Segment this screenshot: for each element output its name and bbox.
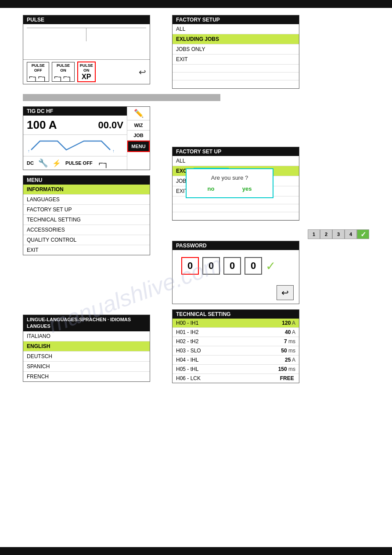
factory-setup-1-panel: FACTORY SETUP ALL EXLUDING JOBS JOBS ONL… xyxy=(172,15,299,89)
num-tabs: 1 2 3 4 ✓ xyxy=(172,229,369,239)
pulse-xp-icon: XP xyxy=(82,73,91,81)
pulse-grid-cell-2 xyxy=(86,28,146,41)
lang-deutsch[interactable]: DEUTSCH xyxy=(23,352,150,362)
languages-panel: LINGUE-LANGUAGES-SPRACHEN · IDIOMAS LANG… xyxy=(23,315,150,382)
menu-languages[interactable]: LANGUAGES xyxy=(23,195,150,205)
tech-row-h03[interactable]: H03 - SLO 50 ms xyxy=(173,346,299,355)
tech-row-h06[interactable]: H06 - LCK FREE xyxy=(173,374,299,383)
password-back-row: ↩ xyxy=(173,282,299,304)
bottom-bar xyxy=(0,547,392,555)
tech-val-h05: 150 ms xyxy=(278,366,295,372)
pulse-title: PULSE xyxy=(23,15,150,24)
tech-param-h01: H01 - IH2 xyxy=(176,329,198,335)
password-panel: PASSWORD 0 0 0 0 ✓ ↩ xyxy=(172,241,299,304)
lang-french[interactable]: FRENCH xyxy=(23,372,150,381)
tech-val-h06: FREE xyxy=(280,375,295,381)
tech-param-h00: H00 - IH1 xyxy=(176,320,198,326)
tig-wave: ↑ ↑ xyxy=(23,134,127,156)
tig-mode: DC xyxy=(27,160,34,166)
left-col: TIG DC HF 100 A 00.0V ↑ ↑ xyxy=(23,106,159,255)
gray-divider xyxy=(23,94,220,101)
tig-current: 100 A xyxy=(27,118,57,132)
tech-val-h02: 7 ms xyxy=(284,338,295,345)
wiz-button[interactable]: WIZ xyxy=(127,120,150,131)
factory-empty-1 xyxy=(173,65,299,73)
dialog-yes-button[interactable]: yes xyxy=(242,185,252,192)
dialog-no-button[interactable]: no xyxy=(208,185,215,192)
tig-title: TIG DC HF xyxy=(23,107,127,116)
factory-setup-1-title: FACTORY SETUP xyxy=(173,15,299,24)
menu-button[interactable]: MENU xyxy=(127,141,150,152)
pulse-off-button[interactable]: PULSE OFF ⌐┐⌐┐ xyxy=(27,62,49,82)
pulse-bottom: PULSE OFF ⌐┐⌐┐ PULSE ON ⌐┐⌐┐ PULSE ON XP… xyxy=(23,59,150,84)
menu-quality-control[interactable]: QUALITY CONTROL xyxy=(23,235,150,245)
num-tab-2[interactable]: 2 xyxy=(320,229,332,239)
menu-factory-set-up[interactable]: FACTORY SET UP xyxy=(23,205,150,215)
factory-exluding-jobs-row[interactable]: EXLUDING JOBS xyxy=(173,34,299,44)
menu-panel: MENU INFORMATION LANGUAGES FACTORY SET U… xyxy=(23,175,150,255)
right-col: FACTORY SET UP ALL EXCL JOBS EXIT Are yo… xyxy=(172,106,369,304)
factory-setup-2-title: FACTORY SET UP xyxy=(173,147,299,156)
pulse-back-arrow[interactable]: ↩ xyxy=(139,67,146,77)
num-tab-check[interactable]: ✓ xyxy=(357,229,369,239)
tech-row-h04[interactable]: H04 - IHL 25 A xyxy=(173,355,299,365)
tech-row-h00[interactable]: H00 - IH1 120 A xyxy=(173,319,299,328)
menu-technical-setting[interactable]: TECHNICAL SETTING xyxy=(23,215,150,225)
lang-english[interactable]: ENGLISH xyxy=(23,341,150,352)
tig-waveform-svg: ↑ ↑ xyxy=(27,137,123,154)
num-tab-4[interactable]: 4 xyxy=(345,229,357,239)
pulse-grid xyxy=(27,28,146,41)
pulse-off-icon: ⌐┐⌐┐ xyxy=(29,73,47,81)
factory2-empty-2 xyxy=(173,204,299,212)
menu-exit[interactable]: EXIT xyxy=(23,245,150,255)
pulse-xp-button[interactable]: PULSE ON XP xyxy=(77,62,96,82)
tech-param-h04: H04 - IHL xyxy=(176,357,198,363)
password-back-button[interactable]: ↩ xyxy=(277,285,294,300)
tig-sidebar: ✏️ WIZ JOB MENU xyxy=(127,107,150,170)
digit-2[interactable]: 0 xyxy=(223,257,241,275)
menu-information[interactable]: INFORMATION xyxy=(23,185,150,195)
tig-pulse-wave-icon: ⌐┐ xyxy=(99,159,109,168)
languages-section: LINGUE-LANGUAGES-SPRACHEN · IDIOMAS LANG… xyxy=(23,309,159,382)
password-confirm-icon[interactable]: ✓ xyxy=(266,259,276,273)
digit-1[interactable]: 0 xyxy=(202,257,220,275)
tech-val-h03: 50 ms xyxy=(281,348,295,354)
lang-spanich[interactable]: SPANICH xyxy=(23,362,150,372)
lang-italiano[interactable]: ITALIANO xyxy=(23,331,150,341)
tech-param-h03: H03 - SLO xyxy=(176,348,201,354)
top-bar xyxy=(0,0,392,8)
tig-wire-icon: ⚡ xyxy=(52,159,61,167)
tech-row-h05[interactable]: H05 - tHL 150 ms xyxy=(173,365,299,374)
menu-accessories[interactable]: ACCESSORIES xyxy=(23,225,150,235)
right-spacer xyxy=(172,106,369,141)
tech-param-h02: H02 - tH2 xyxy=(176,338,198,345)
pulse-panel: PULSE PULSE OFF ⌐┐⌐┐ PULSE ON ⌐┐⌐┐ PULSE xyxy=(23,15,150,84)
tech-val-h00: 120 A xyxy=(282,320,295,326)
tig-panel: TIG DC HF 100 A 00.0V ↑ ↑ xyxy=(23,106,150,170)
digit-3[interactable]: 0 xyxy=(245,257,262,275)
num-tab-1[interactable]: 1 xyxy=(308,229,320,239)
dialog-message: Are you sure ? xyxy=(194,174,266,181)
factory2-all-row[interactable]: ALL xyxy=(173,156,299,166)
tech-row-h02[interactable]: H02 - tH2 7 ms xyxy=(173,337,299,346)
password-digits: 0 0 0 0 ✓ xyxy=(173,250,299,282)
pulse-grid-cell-1 xyxy=(27,28,86,41)
num-tab-3[interactable]: 3 xyxy=(332,229,345,239)
factory-empty-2 xyxy=(173,73,299,80)
tig-voltage: 00.0V xyxy=(98,120,124,131)
languages-title: LINGUE-LANGUAGES-SPRACHEN · IDIOMAS LANG… xyxy=(23,315,150,331)
factory-jobs-only-row[interactable]: JOBS ONLY xyxy=(173,44,299,54)
technical-setting-panel: TECHNICAL SETTING H00 - IH1 120 A H01 - … xyxy=(172,309,299,383)
menu-title: MENU xyxy=(23,176,150,185)
tech-val-h01: 40 A xyxy=(285,329,295,335)
job-button[interactable]: JOB xyxy=(127,131,150,141)
factory-setup-2-panel: FACTORY SET UP ALL EXCL JOBS EXIT Are yo… xyxy=(172,147,299,221)
factory-all-row[interactable]: ALL xyxy=(173,24,299,34)
tig-pulse: PULSE OFF xyxy=(65,160,93,166)
pulse-body xyxy=(23,24,150,59)
factory-exit-row-1[interactable]: EXIT xyxy=(173,54,299,65)
pulse-on-button[interactable]: PULSE ON ⌐┐⌐┐ xyxy=(52,62,74,82)
tech-param-h06: H06 - LCK xyxy=(176,375,201,381)
digit-0[interactable]: 0 xyxy=(181,257,199,275)
tech-row-h01[interactable]: H01 - IH2 40 A xyxy=(173,328,299,337)
